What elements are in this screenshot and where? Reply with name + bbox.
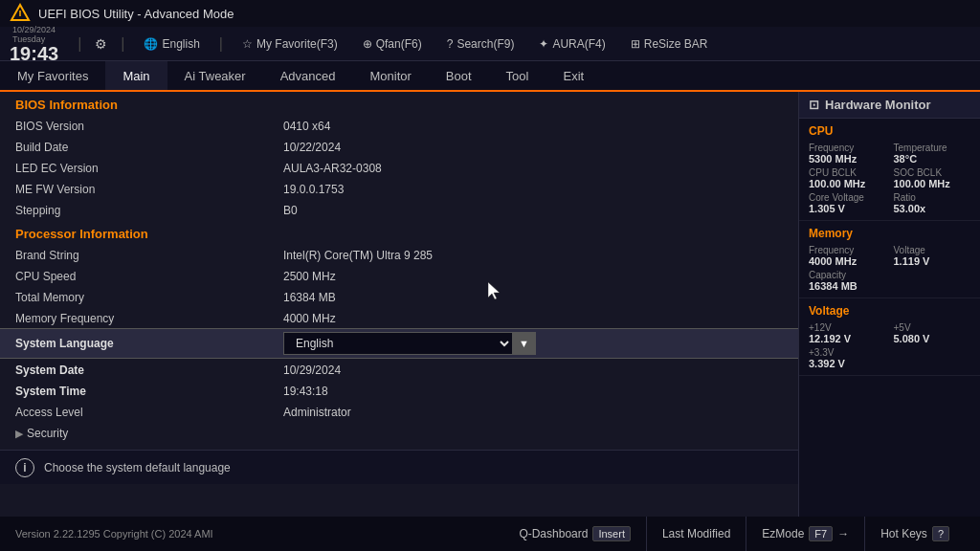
q-dashboard-key: Insert [592,526,631,541]
bios-version-value: 0410 x64 [283,120,330,133]
fan-icon: ⊕ [363,37,372,51]
access-level-value: Administrator [283,406,351,419]
toolbar: 10/29/2024Tuesday 19:43 | ⚙ | 🌐 English … [0,27,980,61]
info-icon: i [15,458,34,477]
resize-icon: ⊞ [631,37,640,51]
nav-item-tool[interactable]: Tool [489,61,546,92]
dropdown-arrow-icon[interactable]: ▼ [513,332,536,355]
ezmode-label: EzMode [762,527,804,540]
brand-string-row: Brand String Intel(R) Core(TM) Ultra 9 2… [0,245,798,266]
last-modified-label: Last Modified [662,527,730,540]
build-date-label: Build Date [15,141,283,154]
access-level-row: Access Level Administrator [0,402,798,423]
stepping-row: Stepping B0 [0,200,798,221]
ezmode-arrow-icon: → [837,527,849,540]
my-favorite-button[interactable]: ☆ My Favorite(F3) [236,35,344,53]
info-text: Choose the system default language [44,461,231,474]
language-button[interactable]: 🌐 English [138,35,205,53]
security-label: Security [27,427,295,440]
q-dashboard-label: Q-Dashboard [519,527,588,540]
cpu-frequency-label: Frequency [809,143,886,153]
system-time-row[interactable]: System Time 19:43:18 [0,381,798,402]
nav-bar: My Favorites Main Ai Tweaker Advanced Mo… [0,61,980,92]
resize-bar-button[interactable]: ⊞ ReSize BAR [625,35,714,53]
search-button[interactable]: ? Search(F9) [441,35,521,53]
ezmode-button[interactable]: EzMode F7 → [746,517,865,551]
security-row[interactable]: ▶ Security [0,423,798,444]
separator: | [78,35,81,53]
last-modified-button[interactable]: Last Modified [647,517,746,551]
nav-item-boot[interactable]: Boot [429,61,489,92]
nav-item-monitor[interactable]: Monitor [353,61,429,92]
mem-capacity-value: 16384 MB [809,280,886,292]
content-area: BIOS Information BIOS Version 0410 x64 B… [0,92,798,517]
bios-info-header: BIOS Information [0,92,798,116]
v5-item: +5V 5.080 V [894,322,971,344]
cpu-bclk-label: CPU BCLK [809,167,886,178]
q-dashboard-button[interactable]: Q-Dashboard Insert [503,517,647,551]
cpu-frequency-item: Frequency 5300 MHz [809,143,886,165]
cpu-speed-value: 2500 MHz [283,270,336,283]
globe-icon: 🌐 [144,37,158,51]
settings-icon[interactable]: ⚙ [95,36,107,52]
memory-frequency-value: 4000 MHz [283,312,336,325]
security-arrow-icon: ▶ [15,428,23,440]
main-layout: BIOS Information BIOS Version 0410 x64 B… [0,92,980,517]
nav-item-exit[interactable]: Exit [546,61,601,92]
system-time-label: System Time [15,385,283,398]
v5-label: +5V [894,322,971,333]
v33-value: 3.392 V [809,358,886,369]
soc-bclk-item: SOC BCLK 100.00 MHz [894,167,971,189]
system-time-value: 19:43:18 [283,385,328,398]
nav-item-main[interactable]: Main [105,61,167,92]
v33-item: +3.3V 3.392 V [809,347,886,369]
voltage-section-title: Voltage [809,304,970,318]
me-fw-value: 19.0.0.1753 [283,183,344,196]
monitor-icon: ⊡ [809,98,819,112]
v12-value: 12.192 V [809,333,886,344]
separator2: | [121,35,124,53]
mem-frequency-item: Frequency 4000 MHz [809,245,886,267]
system-date-value: 10/29/2024 [283,364,341,377]
cpu-ratio-label: Ratio [894,192,971,203]
build-date-value: 10/22/2024 [283,141,341,154]
nav-item-advanced[interactable]: Advanced [263,61,353,92]
cpu-speed-label: CPU Speed [15,270,283,283]
led-ec-value: AULA3-AR32-0308 [283,162,382,175]
nav-item-aitweaker[interactable]: Ai Tweaker [167,61,263,92]
title-text: UEFI BIOS Utility - Advanced Mode [38,7,234,21]
v12-label: +12V [809,322,886,333]
cpu-section: CPU Frequency 5300 MHz Temperature 38°C … [799,119,980,221]
datetime-display: 10/29/2024Tuesday 19:43 [10,25,58,63]
asus-logo-icon [10,3,31,24]
status-buttons: Q-Dashboard Insert Last Modified EzMode … [503,517,965,551]
system-language-label: System Language [15,337,283,350]
total-memory-value: 16384 MB [283,291,336,304]
cpu-frequency-value: 5300 MHz [809,153,886,165]
system-date-label: System Date [15,364,283,377]
nav-item-myfavorites[interactable]: My Favorites [0,61,105,92]
hot-keys-button[interactable]: Hot Keys ? [865,517,965,551]
cpu-temperature-value: 38°C [894,153,971,165]
core-voltage-item: Core Voltage 1.305 V [809,192,886,214]
memory-grid: Frequency 4000 MHz Voltage 1.119 V Capac… [809,245,970,292]
right-panel: ⊡ Hardware Monitor CPU Frequency 5300 MH… [798,92,980,517]
system-language-row[interactable]: System Language English Chinese Japanese… [0,329,798,358]
voltage-grid: +12V 12.192 V +5V 5.080 V +3.3V 3.392 V [809,322,970,369]
system-date-row[interactable]: System Date 10/29/2024 [0,360,798,381]
star-icon: ☆ [242,37,253,51]
cpu-ratio-item: Ratio 53.00x [894,192,971,214]
memory-section-title: Memory [809,227,970,240]
info-bar: i Choose the system default language [0,450,798,484]
bios-version-label: BIOS Version [15,120,283,133]
hardware-monitor-title: ⊡ Hardware Monitor [799,92,980,119]
brand-string-value: Intel(R) Core(TM) Ultra 9 285 [283,249,433,262]
qfan-button[interactable]: ⊕ Qfan(F6) [357,35,428,53]
memory-frequency-row: Memory Frequency 4000 MHz [0,308,798,329]
hot-keys-key: ? [932,526,949,541]
cpu-section-title: CPU [809,124,970,138]
system-language-dropdown[interactable]: English Chinese Japanese [283,332,513,355]
aura-button[interactable]: ✦ AURA(F4) [533,35,611,53]
mem-voltage-value: 1.119 V [894,255,971,267]
mem-frequency-label: Frequency [809,245,886,255]
